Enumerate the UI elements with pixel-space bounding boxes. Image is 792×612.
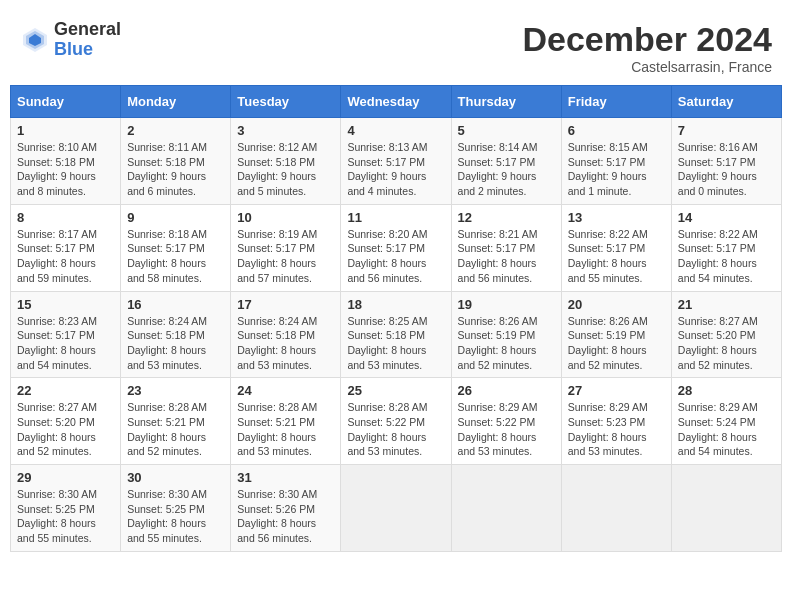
table-row: 30Sunrise: 8:30 AMSunset: 5:25 PMDayligh… [121, 465, 231, 552]
col-sunday: Sunday [11, 86, 121, 118]
day-number: 10 [237, 210, 334, 225]
table-row: 6Sunrise: 8:15 AMSunset: 5:17 PMDaylight… [561, 118, 671, 205]
day-number: 5 [458, 123, 555, 138]
day-number: 20 [568, 297, 665, 312]
logo-blue-text: Blue [54, 40, 121, 60]
day-number: 16 [127, 297, 224, 312]
day-info: Sunrise: 8:26 AMSunset: 5:19 PMDaylight:… [568, 314, 665, 373]
day-number: 23 [127, 383, 224, 398]
day-number: 7 [678, 123, 775, 138]
table-row: 31Sunrise: 8:30 AMSunset: 5:26 PMDayligh… [231, 465, 341, 552]
day-number: 2 [127, 123, 224, 138]
day-info: Sunrise: 8:29 AMSunset: 5:24 PMDaylight:… [678, 400, 775, 459]
day-info: Sunrise: 8:10 AMSunset: 5:18 PMDaylight:… [17, 140, 114, 199]
day-info: Sunrise: 8:27 AMSunset: 5:20 PMDaylight:… [17, 400, 114, 459]
day-number: 22 [17, 383, 114, 398]
day-number: 30 [127, 470, 224, 485]
table-row: 11Sunrise: 8:20 AMSunset: 5:17 PMDayligh… [341, 204, 451, 291]
col-saturday: Saturday [671, 86, 781, 118]
table-row: 9Sunrise: 8:18 AMSunset: 5:17 PMDaylight… [121, 204, 231, 291]
page-header: General Blue December 2024 Castelsarrasi… [10, 10, 782, 80]
table-row: 15Sunrise: 8:23 AMSunset: 5:17 PMDayligh… [11, 291, 121, 378]
table-row: 16Sunrise: 8:24 AMSunset: 5:18 PMDayligh… [121, 291, 231, 378]
table-row: 17Sunrise: 8:24 AMSunset: 5:18 PMDayligh… [231, 291, 341, 378]
location-text: Castelsarrasin, France [522, 59, 772, 75]
day-number: 18 [347, 297, 444, 312]
day-info: Sunrise: 8:29 AMSunset: 5:22 PMDaylight:… [458, 400, 555, 459]
day-number: 11 [347, 210, 444, 225]
table-row: 4Sunrise: 8:13 AMSunset: 5:17 PMDaylight… [341, 118, 451, 205]
day-number: 15 [17, 297, 114, 312]
day-info: Sunrise: 8:28 AMSunset: 5:21 PMDaylight:… [127, 400, 224, 459]
day-info: Sunrise: 8:24 AMSunset: 5:18 PMDaylight:… [237, 314, 334, 373]
table-row: 25Sunrise: 8:28 AMSunset: 5:22 PMDayligh… [341, 378, 451, 465]
table-row: 1Sunrise: 8:10 AMSunset: 5:18 PMDaylight… [11, 118, 121, 205]
day-number: 29 [17, 470, 114, 485]
day-number: 26 [458, 383, 555, 398]
day-number: 9 [127, 210, 224, 225]
col-thursday: Thursday [451, 86, 561, 118]
day-info: Sunrise: 8:18 AMSunset: 5:17 PMDaylight:… [127, 227, 224, 286]
calendar-table: Sunday Monday Tuesday Wednesday Thursday… [10, 85, 782, 552]
logo-general-text: General [54, 20, 121, 40]
day-info: Sunrise: 8:30 AMSunset: 5:26 PMDaylight:… [237, 487, 334, 546]
month-title: December 2024 [522, 20, 772, 59]
title-area: December 2024 Castelsarrasin, France [522, 20, 772, 75]
day-info: Sunrise: 8:22 AMSunset: 5:17 PMDaylight:… [678, 227, 775, 286]
table-row: 8Sunrise: 8:17 AMSunset: 5:17 PMDaylight… [11, 204, 121, 291]
day-info: Sunrise: 8:22 AMSunset: 5:17 PMDaylight:… [568, 227, 665, 286]
table-row: 24Sunrise: 8:28 AMSunset: 5:21 PMDayligh… [231, 378, 341, 465]
table-row: 22Sunrise: 8:27 AMSunset: 5:20 PMDayligh… [11, 378, 121, 465]
day-info: Sunrise: 8:14 AMSunset: 5:17 PMDaylight:… [458, 140, 555, 199]
day-info: Sunrise: 8:13 AMSunset: 5:17 PMDaylight:… [347, 140, 444, 199]
day-info: Sunrise: 8:17 AMSunset: 5:17 PMDaylight:… [17, 227, 114, 286]
col-tuesday: Tuesday [231, 86, 341, 118]
table-row: 20Sunrise: 8:26 AMSunset: 5:19 PMDayligh… [561, 291, 671, 378]
calendar-header-row: Sunday Monday Tuesday Wednesday Thursday… [11, 86, 782, 118]
table-row: 28Sunrise: 8:29 AMSunset: 5:24 PMDayligh… [671, 378, 781, 465]
day-info: Sunrise: 8:29 AMSunset: 5:23 PMDaylight:… [568, 400, 665, 459]
day-number: 31 [237, 470, 334, 485]
day-info: Sunrise: 8:30 AMSunset: 5:25 PMDaylight:… [17, 487, 114, 546]
day-number: 12 [458, 210, 555, 225]
col-wednesday: Wednesday [341, 86, 451, 118]
day-number: 24 [237, 383, 334, 398]
table-row: 13Sunrise: 8:22 AMSunset: 5:17 PMDayligh… [561, 204, 671, 291]
table-row: 29Sunrise: 8:30 AMSunset: 5:25 PMDayligh… [11, 465, 121, 552]
table-row: 26Sunrise: 8:29 AMSunset: 5:22 PMDayligh… [451, 378, 561, 465]
day-info: Sunrise: 8:27 AMSunset: 5:20 PMDaylight:… [678, 314, 775, 373]
day-number: 28 [678, 383, 775, 398]
table-row: 7Sunrise: 8:16 AMSunset: 5:17 PMDaylight… [671, 118, 781, 205]
day-info: Sunrise: 8:20 AMSunset: 5:17 PMDaylight:… [347, 227, 444, 286]
table-row [451, 465, 561, 552]
calendar-week-row: 22Sunrise: 8:27 AMSunset: 5:20 PMDayligh… [11, 378, 782, 465]
day-number: 1 [17, 123, 114, 138]
table-row [561, 465, 671, 552]
calendar-week-row: 15Sunrise: 8:23 AMSunset: 5:17 PMDayligh… [11, 291, 782, 378]
day-number: 8 [17, 210, 114, 225]
day-info: Sunrise: 8:15 AMSunset: 5:17 PMDaylight:… [568, 140, 665, 199]
table-row: 3Sunrise: 8:12 AMSunset: 5:18 PMDaylight… [231, 118, 341, 205]
table-row: 2Sunrise: 8:11 AMSunset: 5:18 PMDaylight… [121, 118, 231, 205]
day-info: Sunrise: 8:30 AMSunset: 5:25 PMDaylight:… [127, 487, 224, 546]
day-number: 4 [347, 123, 444, 138]
day-number: 21 [678, 297, 775, 312]
logo-text: General Blue [54, 20, 121, 60]
table-row: 27Sunrise: 8:29 AMSunset: 5:23 PMDayligh… [561, 378, 671, 465]
day-info: Sunrise: 8:21 AMSunset: 5:17 PMDaylight:… [458, 227, 555, 286]
table-row: 10Sunrise: 8:19 AMSunset: 5:17 PMDayligh… [231, 204, 341, 291]
day-info: Sunrise: 8:12 AMSunset: 5:18 PMDaylight:… [237, 140, 334, 199]
logo: General Blue [20, 20, 121, 60]
table-row: 18Sunrise: 8:25 AMSunset: 5:18 PMDayligh… [341, 291, 451, 378]
logo-icon [20, 25, 50, 55]
day-info: Sunrise: 8:28 AMSunset: 5:22 PMDaylight:… [347, 400, 444, 459]
table-row: 21Sunrise: 8:27 AMSunset: 5:20 PMDayligh… [671, 291, 781, 378]
day-info: Sunrise: 8:23 AMSunset: 5:17 PMDaylight:… [17, 314, 114, 373]
day-number: 27 [568, 383, 665, 398]
table-row: 19Sunrise: 8:26 AMSunset: 5:19 PMDayligh… [451, 291, 561, 378]
table-row: 14Sunrise: 8:22 AMSunset: 5:17 PMDayligh… [671, 204, 781, 291]
table-row: 12Sunrise: 8:21 AMSunset: 5:17 PMDayligh… [451, 204, 561, 291]
day-number: 13 [568, 210, 665, 225]
day-number: 14 [678, 210, 775, 225]
day-info: Sunrise: 8:11 AMSunset: 5:18 PMDaylight:… [127, 140, 224, 199]
